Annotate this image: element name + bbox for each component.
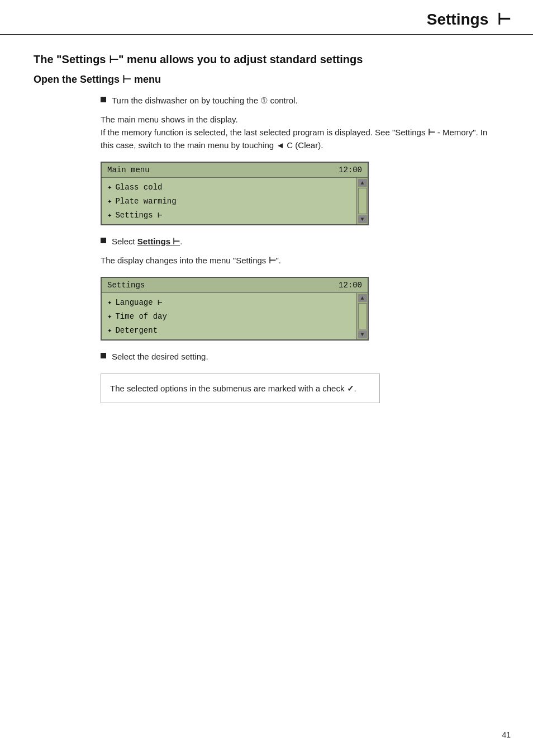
- lcd-main-body: ✦ Glass cold ✦ Plate warming ✦ Settings …: [102, 178, 368, 224]
- lcd-main-item-1: ✦ Glass cold: [102, 180, 356, 194]
- lcd-main-time: 12:00: [339, 166, 362, 174]
- lcd-settings-title: Settings: [107, 281, 145, 290]
- lcd-settings-scrollbar: ▲ ▼: [356, 293, 368, 339]
- bullet-text-2: Select Settings ⊢.: [112, 235, 182, 248]
- lcd-main-scroll-up-icon: ▲: [358, 179, 367, 187]
- page-number: 41: [502, 730, 511, 739]
- section-title: The "Settings ⊢" menu allows you to adju…: [34, 52, 499, 67]
- lcd-settings-time: 12:00: [339, 281, 362, 290]
- lcd-settings-item-2: ✦ Time of day: [102, 309, 356, 323]
- lcd-main-header: Main menu 12:00: [102, 163, 368, 178]
- page-title: Settings ⊢: [427, 10, 511, 29]
- lcd-settings-item-3: ✦ Detergent: [102, 323, 356, 337]
- info-box-text: The selected options in the submenus are…: [110, 384, 356, 393]
- page-header: Settings ⊢: [0, 0, 533, 35]
- body-flag-1: ⊢: [428, 126, 435, 139]
- lcd-settings-header: Settings 12:00: [102, 278, 368, 293]
- lcd-main-scrollbar: ▲ ▼: [356, 178, 368, 224]
- page-title-text: Settings: [427, 11, 488, 29]
- settings-menu-display: Settings 12:00 ✦ Language ⊢ ✦ Time of da…: [101, 277, 369, 341]
- info-box: The selected options in the submenus are…: [101, 374, 380, 403]
- bullet-item-3: Select the desired setting.: [101, 351, 499, 363]
- content-area: The "Settings ⊢" menu allows you to adju…: [0, 35, 533, 436]
- header-flag-icon: ⊢: [497, 10, 511, 29]
- bullet-item-1: Turn the dishwasher on by touching the ①…: [101, 94, 499, 107]
- lcd-settings-scroll-track: [358, 303, 367, 329]
- body-text-1: The main menu shows in the display. If t…: [101, 113, 499, 152]
- main-menu-display: Main menu 12:00 ✦ Glass cold ✦ Plate war…: [101, 162, 369, 225]
- subsection-flag: ⊢: [122, 73, 131, 86]
- lcd-settings-item-1: ✦ Language ⊢: [102, 295, 356, 309]
- lcd-main-item-2: ✦ Plate warming: [102, 194, 356, 208]
- section-title-flag: ⊢: [109, 52, 118, 67]
- lcd-main-scroll-track: [358, 188, 367, 214]
- lcd-settings-scroll-up-icon: ▲: [358, 294, 367, 302]
- bullet-item-2: Select Settings ⊢.: [101, 235, 499, 248]
- lcd-settings-scroll-down-icon: ▼: [358, 330, 367, 338]
- lcd-settings-items: ✦ Language ⊢ ✦ Time of day ✦ Detergent: [102, 293, 356, 339]
- lcd-main-item-3: ✦ Settings ⊢: [102, 208, 356, 222]
- bullet-text-1: Turn the dishwasher on by touching the ①…: [112, 94, 298, 107]
- lcd-main-title: Main menu: [107, 166, 150, 174]
- lcd-settings-body: ✦ Language ⊢ ✦ Time of day ✦ Detergent ▲…: [102, 293, 368, 339]
- lcd-main-scroll-down-icon: ▼: [358, 215, 367, 223]
- bullet-text-3: Select the desired setting.: [112, 351, 208, 363]
- subsection-title: Open the Settings ⊢ menu: [34, 73, 499, 86]
- checkmark-icon: ✓: [347, 384, 354, 393]
- bullet-square-2: [101, 238, 106, 243]
- bullet-square-1: [101, 97, 106, 102]
- body-flag-2: ⊢: [269, 254, 276, 267]
- bullet-square-3: [101, 353, 106, 358]
- lcd-main-items: ✦ Glass cold ✦ Plate warming ✦ Settings …: [102, 178, 356, 224]
- body-text-3: The display changes into the menu "Setti…: [101, 254, 499, 267]
